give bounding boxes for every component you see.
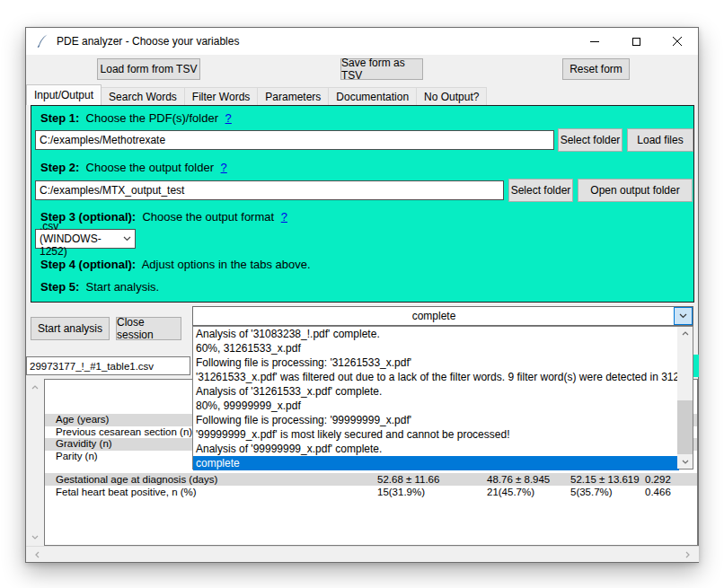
scroll-up-icon[interactable] <box>677 327 693 340</box>
close-button[interactable] <box>657 28 698 55</box>
step2-label: Step 2: Choose the output folder ? <box>40 161 227 174</box>
row-label: Gravidity (n) <box>56 438 112 451</box>
scroll-up-icon[interactable] <box>27 381 43 394</box>
step4-label: Step 4 (optional): Adjust options in the… <box>40 258 311 271</box>
tab-filter-words[interactable]: Filter Words <box>184 87 258 105</box>
row-value: 15(31.9%) <box>377 486 425 498</box>
log-item[interactable]: Analysis of '31083238_!.pdf' complete. <box>193 327 677 341</box>
tab-no-output[interactable]: No Output? <box>416 87 487 105</box>
log-item[interactable]: 60%, 31261533_x.pdf <box>193 341 677 355</box>
step1-label: Step 1: Choose the PDF(s)/folder ? <box>40 111 232 125</box>
scrollbar-thumb[interactable] <box>677 400 693 454</box>
step2-help-link[interactable]: ? <box>221 161 227 174</box>
scroll-left-icon[interactable] <box>30 548 45 562</box>
log-item[interactable]: '31261533_x.pdf' was filtered out due to… <box>193 370 677 384</box>
pdf-folder-input[interactable] <box>35 130 554 150</box>
scroll-down-icon[interactable] <box>27 531 43 544</box>
row-value: 52.68 ± 11.66 <box>377 473 439 486</box>
input-output-panel: Step 1: Choose the PDF(s)/folder ? Selec… <box>31 105 694 303</box>
log-item[interactable]: Analysis of '31261533_x.pdf' complete. <box>193 384 677 399</box>
row-value: 52.15 ± 13.619 <box>570 473 640 486</box>
close-session-button[interactable]: Close session <box>116 317 181 340</box>
window-title: PDE analyzer - Choose your variables <box>57 35 239 48</box>
step5-label: Step 5: Start analysis. <box>40 280 159 294</box>
log-item[interactable]: '99999999_x.pdf' is most likely secured … <box>193 427 677 442</box>
step3-help-link[interactable]: ? <box>281 210 287 224</box>
step2-select-folder-button[interactable]: Select folder <box>508 179 573 202</box>
row-value: 0.292 <box>645 473 671 486</box>
log-dropdown-list: Analysis of '31083238_!.pdf' complete. 6… <box>192 326 693 470</box>
row-label: Previous cesarean section (n) <box>56 426 192 439</box>
log-item[interactable]: Analysis of '99999999_x.pdf' complete. <box>193 442 677 456</box>
python-feather-icon <box>36 34 49 48</box>
app-window: PDE analyzer - Choose your variables Loa… <box>25 27 699 563</box>
row-value: 5(35.7%) <box>570 486 613 498</box>
log-item[interactable]: Following file is processing: '31261533_… <box>193 355 677 370</box>
log-item[interactable]: Following file is processing: '99999999_… <box>193 413 677 427</box>
table-vertical-scrollbar[interactable] <box>27 379 43 546</box>
minimize-button[interactable] <box>574 28 615 55</box>
chevron-down-icon <box>123 236 131 241</box>
row-value: 48.76 ± 8.945 <box>487 473 550 486</box>
log-list-scrollbar[interactable] <box>677 327 693 469</box>
reset-form-button[interactable]: Reset form <box>562 58 630 80</box>
row-value: 21(45.7%) <box>487 486 534 498</box>
step2-open-output-folder-button[interactable]: Open output folder <box>578 179 693 202</box>
output-format-value: .csv (WINDOWS-1252) <box>40 220 123 258</box>
scroll-down-icon[interactable] <box>677 455 693 469</box>
tab-parameters[interactable]: Parameters <box>257 87 329 105</box>
tab-input-output[interactable]: Input/Output <box>26 84 102 105</box>
teal-accent-strip <box>693 355 699 377</box>
tab-bar: Input/Output Search Words Filter Words P… <box>26 84 698 105</box>
tab-documentation[interactable]: Documentation <box>328 87 417 105</box>
scroll-right-icon[interactable] <box>680 548 695 562</box>
title-bar: PDE analyzer - Choose your variables <box>26 28 698 55</box>
status-combobox[interactable]: complete <box>192 306 693 326</box>
combobox-dropdown-button[interactable] <box>674 307 693 325</box>
maximize-button[interactable] <box>615 28 657 55</box>
output-folder-input[interactable] <box>35 180 504 200</box>
output-format-combobox[interactable]: .csv (WINDOWS-1252) <box>35 229 136 249</box>
step1-load-files-button[interactable]: Load files <box>627 128 693 152</box>
table-row[interactable]: Fetal heart beat positive, n (%) 15(31.9… <box>45 486 697 498</box>
table-horizontal-scrollbar[interactable] <box>26 546 699 562</box>
row-label: Fetal heart beat positive, n (%) <box>56 486 197 498</box>
row-label: Age (years) <box>56 414 109 426</box>
log-item[interactable]: 80%, 99999999_x.pdf <box>193 399 677 413</box>
step1-help-link[interactable]: ? <box>225 111 232 125</box>
load-form-tsv-button[interactable]: Load form from TSV <box>97 58 200 80</box>
save-form-tsv-button[interactable]: Save form as TSV <box>340 58 423 80</box>
tab-search-words[interactable]: Search Words <box>101 87 185 105</box>
row-value: 0.466 <box>645 486 671 498</box>
table-row[interactable]: Gestational age at diagnosis (days) 52.6… <box>45 473 697 486</box>
output-file-entry[interactable]: 29973177_!_#1_table1.csv <box>26 356 190 375</box>
status-combobox-value: complete <box>193 307 675 325</box>
log-item-selected[interactable]: complete <box>193 456 679 470</box>
step1-select-folder-button[interactable]: Select folder <box>558 128 622 152</box>
row-label: Parity (n) <box>56 451 98 463</box>
row-label: Gestational age at diagnosis (days) <box>56 473 217 486</box>
start-analysis-button[interactable]: Start analysis <box>31 317 110 340</box>
